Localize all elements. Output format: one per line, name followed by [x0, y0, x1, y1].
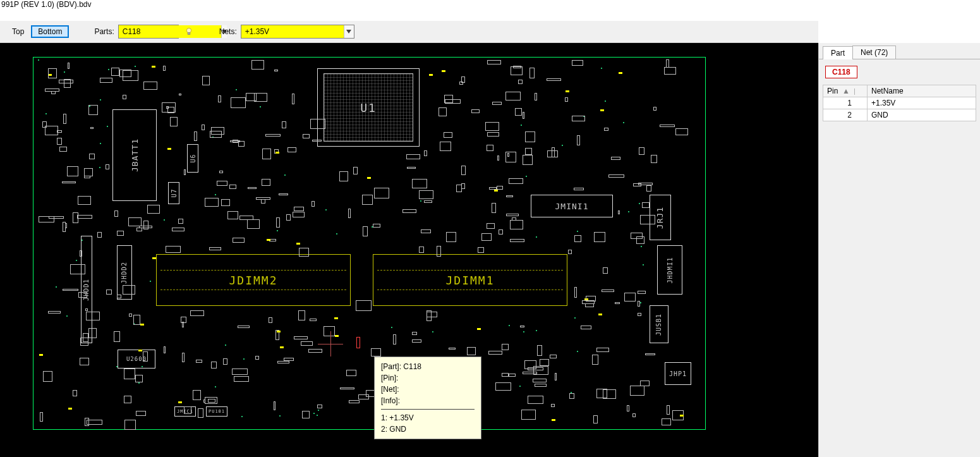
selected-part-marker [356, 337, 360, 348]
pin-table: Pin ▲ NetName 1 +1.35V 2 GND [823, 85, 976, 121]
chevron-down-icon[interactable] [344, 25, 354, 38]
part-chip[interactable]: C118 [825, 66, 857, 78]
toolbar: Top Bottom Parts: Nets: [0, 21, 818, 43]
ref-u1: U1 [324, 73, 413, 142]
tooltip-pin2-value: GND [389, 425, 406, 434]
cell-net: +1.35V [868, 97, 976, 109]
ref-jdimm2-label: JDIMM2 [229, 274, 277, 287]
nets-input[interactable] [241, 25, 344, 38]
side-tabs: Part Net (72) [819, 43, 980, 59]
layer-switch: Top Bottom [5, 25, 69, 38]
tooltip-pin-label: [Pin]: [381, 374, 398, 382]
cell-pin: 1 [823, 97, 868, 109]
tooltip-pin1-label: 1: [381, 413, 387, 422]
layer-bottom-button[interactable]: Bottom [31, 25, 69, 38]
sort-indicator-icon: ▲ [840, 87, 850, 95]
lightbulb-icon[interactable] [184, 27, 194, 37]
ref-jdimm1-label: JDIMM1 [445, 274, 494, 287]
parts-combobox[interactable] [118, 25, 179, 39]
tooltip-pin2-label: 2: [381, 425, 387, 434]
tooltip-pin1-value: +1.35V [389, 413, 413, 422]
window-title: 991P (REV 1.0) (BDV).bdv [0, 0, 980, 13]
ref-jdimm1: JDIMM1 [373, 254, 567, 306]
ref-jdimm2: JDIMM2 [156, 254, 351, 306]
tab-net[interactable]: Net (72) [852, 46, 896, 59]
cell-net: GND [868, 109, 976, 121]
svg-point-0 [186, 28, 191, 33]
tooltip-info-label: [Info]: [381, 396, 400, 405]
side-panel: Part Net (72) C118 Pin ▲ NetName [818, 43, 980, 457]
tooltip-part-label: [Part]: [381, 362, 401, 371]
ref-u1-label: U1 [360, 101, 377, 114]
col-pin-label: Pin [827, 87, 838, 95]
svg-rect-1 [188, 33, 190, 35]
col-netname-label: NetName [871, 87, 904, 95]
col-pin[interactable]: Pin ▲ [823, 85, 868, 97]
tooltip-net-label: [Net]: [381, 385, 399, 394]
nets-label: Nets: [219, 27, 237, 36]
layer-top-button[interactable]: Top [5, 25, 31, 38]
nets-combobox[interactable] [241, 25, 354, 39]
tooltip-part-value: C118 [403, 362, 421, 371]
parts-input[interactable] [119, 25, 221, 38]
pcb-canvas[interactable]: U1 JBATT1 U6 U7 JHDD1 JHDD2 JDIMM2 JDIMM… [0, 43, 818, 457]
table-row[interactable]: 2 GND [823, 109, 976, 121]
tab-part[interactable]: Part [823, 46, 853, 59]
parts-label: Parts: [94, 27, 114, 36]
part-tooltip: [Part]: C118 [Pin]: [Net]: [Info]: 1: +1… [374, 356, 481, 439]
parts-group: Parts: [94, 25, 193, 39]
cell-pin: 2 [823, 109, 868, 121]
table-row[interactable]: 1 +1.35V [823, 97, 976, 109]
side-body: C118 Pin ▲ NetName 1 +1.35V [819, 59, 980, 457]
nets-group: Nets: [219, 25, 354, 39]
col-netname[interactable]: NetName [868, 85, 976, 97]
